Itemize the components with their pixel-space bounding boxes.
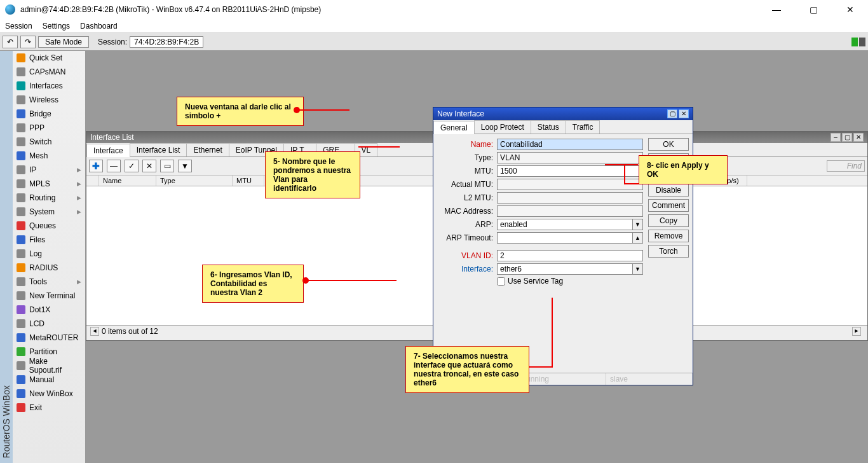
callout-3-line (308, 280, 397, 281)
redo-button[interactable]: ↷ (20, 36, 36, 48)
new-interface-dialog: New Interface ▢ ✕ General Loop Protect S… (433, 107, 693, 385)
copy-button[interactable]: Copy (648, 214, 689, 227)
sidebar-item-ppp[interactable]: PPP (13, 121, 85, 135)
sidebar-icon (17, 403, 25, 412)
sidebar-item-radius[interactable]: RADIUS (13, 261, 85, 275)
mac-input (497, 205, 643, 217)
arp-dropdown-icon[interactable]: ▼ (633, 219, 643, 230)
iflist-close-button[interactable]: ✕ (853, 133, 864, 142)
safemode-button[interactable]: Safe Mode (38, 36, 89, 48)
sidebar-item-wireless[interactable]: Wireless (13, 93, 85, 107)
ok-button[interactable]: OK (648, 138, 689, 151)
sidebar: Quick SetCAPsMANInterfacesWirelessBridge… (13, 51, 86, 463)
sidebar-item-switch[interactable]: Switch (13, 135, 85, 149)
iflist-tab-interface-list[interactable]: Interface List (130, 143, 187, 156)
comment-button[interactable]: Comment (648, 199, 689, 212)
column-header[interactable] (86, 176, 99, 186)
sidebar-item-lcd[interactable]: LCD (13, 317, 85, 331)
tab-general[interactable]: General (433, 121, 475, 134)
sidebar-item-dot1x[interactable]: Dot1X (13, 303, 85, 317)
menu-session[interactable]: Session (5, 22, 32, 31)
minimize-button[interactable]: — (764, 4, 789, 15)
iflist-max-button[interactable]: ▢ (842, 133, 852, 142)
menu-settings[interactable]: Settings (43, 22, 70, 31)
sidebar-icon (17, 319, 25, 328)
remove-button[interactable]: — (107, 160, 121, 172)
l2mtu-input (497, 192, 643, 204)
sidebar-item-capsman[interactable]: CAPsMAN (13, 65, 85, 79)
menu-dashboard[interactable]: Dashboard (80, 22, 118, 31)
sidebar-icon (17, 81, 25, 90)
undo-button[interactable]: ↶ (3, 36, 18, 48)
dialog-titlebar[interactable]: New Interface ▢ ✕ (433, 107, 693, 120)
interface-select[interactable] (497, 263, 633, 275)
vlan-id-label: VLAN ID: (438, 251, 493, 260)
disable-button[interactable]: ✕ (142, 160, 156, 172)
sidebar-icon (17, 137, 25, 146)
sidebar-item-system[interactable]: System▶ (13, 205, 85, 219)
sidebar-icon (17, 193, 25, 202)
sidebar-item-quick-set[interactable]: Quick Set (13, 51, 85, 65)
sidebar-item-ip[interactable]: IP▶ (13, 163, 85, 177)
close-button[interactable]: ✕ (837, 4, 863, 15)
maximize-button[interactable]: ▢ (801, 4, 826, 15)
actual-mtu-input (497, 179, 643, 190)
sidebar-icon (17, 207, 25, 216)
use-service-tag-checkbox[interactable] (497, 277, 505, 286)
arp-timeout-label: ARP Timeout: (438, 233, 493, 242)
sidebar-item-exit[interactable]: Exit (13, 401, 85, 415)
find-input[interactable]: Find (827, 160, 865, 172)
dlg-close-button[interactable]: ✕ (679, 109, 689, 118)
submenu-arrow-icon: ▶ (77, 279, 81, 285)
column-header[interactable]: MTU (233, 176, 264, 186)
add-button[interactable]: ✚ (89, 160, 103, 172)
tab-loop-protect[interactable]: Loop Protect (474, 120, 531, 134)
tab-status[interactable]: Status (531, 120, 566, 134)
mac-label: MAC Address: (438, 207, 493, 216)
sidebar-item-interfaces[interactable]: Interfaces (13, 79, 85, 93)
tab-traffic[interactable]: Traffic (566, 120, 600, 134)
name-label: Name: (438, 140, 493, 149)
sidebar-item-tools[interactable]: Tools▶ (13, 275, 85, 289)
scroll-right-icon[interactable]: ► (852, 327, 861, 336)
sidebar-item-mpls[interactable]: MPLS▶ (13, 177, 85, 191)
column-header[interactable]: Name (99, 176, 156, 186)
filter-button[interactable]: ▼ (178, 160, 192, 172)
sidebar-item-queues[interactable]: Queues (13, 219, 85, 233)
window-title: admin@74:4D:28:B9:F4:2B (MikroTik) - Win… (20, 5, 764, 14)
dlg-min-button[interactable]: ▢ (667, 109, 677, 118)
iflist-min-button[interactable]: – (831, 133, 841, 142)
scroll-left-icon[interactable]: ◄ (90, 327, 99, 336)
sidebar-item-mesh[interactable]: Mesh (13, 149, 85, 163)
remove-button[interactable]: Remove (648, 230, 689, 242)
sidebar-icon (17, 333, 25, 342)
arp-select[interactable] (497, 219, 633, 230)
sidebar-icon (17, 221, 25, 230)
callout-3: 6- Ingresamos Vlan ID, Contabilidad es n… (202, 265, 304, 303)
interface-dropdown-icon[interactable]: ▼ (633, 263, 643, 275)
sidebar-item-files[interactable]: Files (13, 233, 85, 247)
sidebar-item-manual[interactable]: Manual (13, 373, 85, 387)
mtu-input[interactable] (497, 165, 643, 177)
sidebar-item-make-supout-rif[interactable]: Make Supout.rif (13, 359, 85, 373)
vertical-brand: RouterOS WinBox (0, 51, 13, 463)
sidebar-item-new-terminal[interactable]: New Terminal (13, 289, 85, 303)
sidebar-item-log[interactable]: Log (13, 247, 85, 261)
torch-button[interactable]: Torch (648, 245, 689, 258)
disable-button[interactable]: Disable (648, 184, 689, 197)
callout-4: 7- Seleccionamos nuestra interface que a… (405, 346, 529, 393)
window-controls: — ▢ ✕ (764, 4, 863, 15)
comment-button[interactable]: ▭ (160, 160, 174, 172)
column-header[interactable]: Type (156, 176, 233, 186)
vlan-id-input[interactable] (497, 250, 643, 261)
iflist-tab-ethernet[interactable]: Ethernet (186, 143, 229, 156)
sidebar-item-metarouter[interactable]: MetaROUTER (13, 331, 85, 345)
sidebar-item-bridge[interactable]: Bridge (13, 107, 85, 121)
iflist-tab-interface[interactable]: Interface (86, 144, 130, 157)
arp-timeout-expand-icon[interactable]: ▲ (633, 232, 643, 244)
arp-timeout-input[interactable] (497, 232, 633, 244)
name-input[interactable] (497, 139, 643, 150)
sidebar-item-new-winbox[interactable]: New WinBox (13, 387, 85, 401)
enable-button[interactable]: ✓ (125, 160, 139, 172)
sidebar-item-routing[interactable]: Routing▶ (13, 191, 85, 205)
